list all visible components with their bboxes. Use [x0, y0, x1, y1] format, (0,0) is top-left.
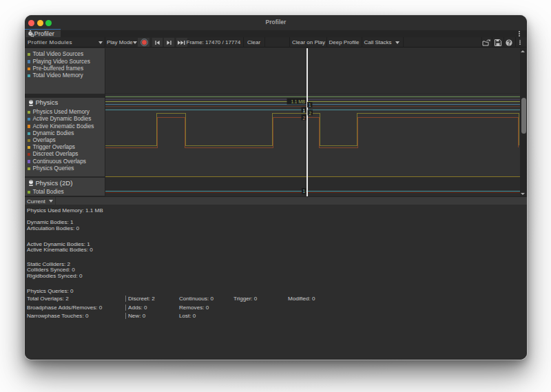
svg-text:1: 1 — [308, 103, 311, 107]
svg-text:1.1 MB: 1.1 MB — [291, 99, 305, 103]
svg-text:2: 2 — [302, 115, 305, 120]
svg-text:2: 2 — [309, 110, 311, 115]
svg-text:1: 1 — [302, 189, 305, 194]
svg-text:1: 1 — [302, 107, 305, 112]
